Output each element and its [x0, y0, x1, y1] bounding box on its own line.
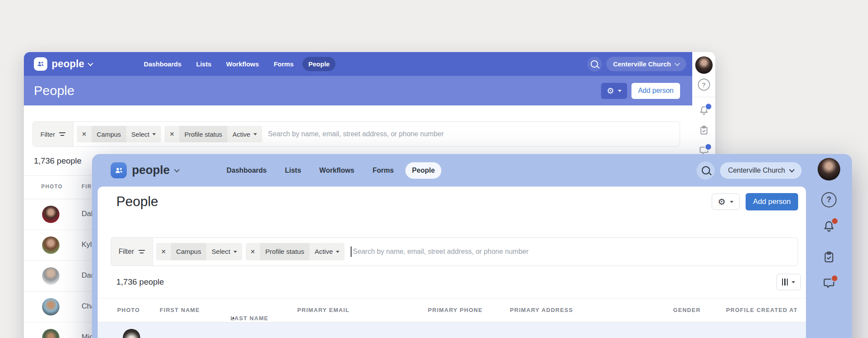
app-logo[interactable]: people [111, 162, 179, 178]
page-title: People [34, 83, 74, 98]
chevron-down-icon [174, 167, 180, 173]
add-person-button[interactable]: Add person [631, 83, 680, 99]
columns-settings-button[interactable] [776, 274, 801, 290]
close-icon[interactable]: ✕ [164, 126, 179, 142]
chip-value: Active [233, 131, 250, 138]
organization-selector[interactable]: Centerville Church [606, 57, 686, 71]
settings-gear-button[interactable]: ⚙ [712, 194, 740, 210]
messages-chat-icon[interactable] [822, 276, 836, 290]
page-title: People [116, 194, 158, 210]
sort-asc-icon: ▴ [232, 315, 234, 320]
column-header-primary-phone[interactable]: PRIMARY PHONE [428, 307, 483, 313]
close-icon[interactable]: ✕ [156, 243, 171, 260]
chip-value: Select [132, 131, 150, 138]
person-photo [42, 298, 59, 315]
chevron-down-icon [674, 61, 680, 66]
caret-down-icon [336, 251, 339, 253]
filter-search-bar: Filter ✕ Campus Select ✕ Profile status … [111, 237, 798, 266]
text-cursor [351, 246, 352, 257]
chip-value-dropdown[interactable]: Active [309, 243, 345, 260]
user-avatar[interactable] [818, 158, 840, 180]
notifications-bell-icon[interactable] [822, 219, 836, 233]
page-header: People ⚙ Add person [98, 187, 806, 217]
table-header-row: PHOTO FIRST NAME LAST NAME▴ PRIMARY EMAI… [98, 299, 806, 322]
notification-dot [831, 275, 838, 282]
page-header-band: People ⚙ Add person [24, 76, 692, 105]
question-glyph: ? [822, 192, 837, 207]
caret-down-icon [792, 281, 795, 283]
search-icon[interactable] [697, 161, 715, 180]
people-count: 1,736 people [116, 277, 164, 287]
person-photo [123, 329, 140, 338]
filter-button[interactable]: Filter [111, 238, 153, 266]
search-icon[interactable] [587, 57, 602, 72]
chip-value-dropdown[interactable]: Active [227, 126, 262, 142]
add-person-button[interactable]: Add person [746, 193, 798, 210]
nav-item-workflows[interactable]: Workflows [313, 162, 361, 179]
nav-item-dashboards[interactable]: Dashboards [220, 162, 273, 179]
nav-item-people[interactable]: People [405, 162, 441, 179]
help-icon[interactable]: ? [698, 79, 710, 91]
chip-value-dropdown[interactable]: Select [126, 126, 161, 142]
column-header-primary-address[interactable]: PRIMARY ADDRESS [510, 307, 573, 313]
tasks-clipboard-icon[interactable] [822, 250, 835, 263]
tasks-clipboard-icon[interactable] [699, 125, 709, 135]
chip-value-dropdown[interactable]: Select [206, 243, 242, 260]
user-avatar[interactable] [695, 56, 713, 74]
notifications-bell-icon[interactable] [698, 105, 710, 116]
first-name-cell: Dal [82, 210, 93, 218]
chevron-down-icon [789, 167, 795, 173]
first-name-cell: Mic [82, 333, 93, 338]
app-logo[interactable]: people [34, 57, 92, 71]
gear-icon: ⚙ [607, 86, 614, 96]
organization-name: Centerville Church [728, 167, 785, 174]
columns-icon [782, 279, 788, 285]
search-input[interactable]: Search by name, email, street address, o… [351, 246, 798, 257]
column-header-photo[interactable]: PHOTO [117, 307, 140, 313]
filter-icon [138, 250, 145, 253]
table-row[interactable] [98, 322, 806, 338]
filter-label: Filter [118, 248, 134, 256]
close-icon[interactable]: ✕ [77, 126, 92, 142]
chip-field-label: Profile status [179, 126, 227, 142]
close-icon[interactable]: ✕ [246, 243, 260, 260]
primary-nav: Dashboards Lists Workflows Forms People [138, 57, 335, 71]
filter-button[interactable]: Filter [33, 122, 73, 146]
top-navbar: people Dashboards Lists Workflows Forms … [24, 52, 692, 76]
page-card: People ⚙ Add person Filter ✕ Campus [98, 187, 806, 338]
help-icon[interactable]: ? [822, 192, 837, 207]
organization-selector[interactable]: Centerville Church [720, 162, 802, 179]
search-placeholder: Search by name, email, street address, o… [268, 130, 444, 138]
caret-down-icon [152, 133, 156, 135]
column-header-photo[interactable]: PHOTO [41, 184, 62, 190]
utility-sidebar: ? [806, 154, 852, 338]
nav-item-workflows[interactable]: Workflows [220, 57, 265, 71]
gear-icon: ⚙ [718, 197, 726, 207]
notification-dot [704, 143, 712, 151]
filter-chip-profile-status: ✕ Profile status Active [164, 126, 262, 142]
search-placeholder: Search by name, email, street address, o… [353, 248, 529, 256]
column-header-primary-email[interactable]: PRIMARY EMAIL [297, 307, 349, 313]
notification-dot [831, 217, 838, 225]
filter-icon [59, 132, 66, 136]
chevron-down-icon [88, 61, 93, 66]
column-header-first-name[interactable]: FIRST NAME [160, 307, 200, 313]
person-photo [42, 267, 59, 285]
nav-item-forms[interactable]: Forms [366, 162, 400, 179]
column-header-profile-created-at[interactable]: PROFILE CREATED AT [726, 307, 798, 313]
people-count-row: 1,736 people [98, 266, 806, 299]
magnifier-glyph [591, 60, 598, 68]
settings-gear-button[interactable]: ⚙ [601, 83, 627, 99]
search-input[interactable]: Search by name, email, street address, o… [268, 130, 680, 138]
nav-item-people[interactable]: People [302, 57, 335, 71]
column-header-gender[interactable]: GENDER [673, 307, 700, 313]
primary-nav: Dashboards Lists Workflows Forms People [220, 162, 441, 179]
nav-item-lists[interactable]: Lists [191, 57, 217, 71]
people-app-icon [34, 57, 47, 71]
chip-field-label: Campus [171, 243, 207, 260]
first-name-cell: Kyl [82, 240, 92, 249]
nav-item-forms[interactable]: Forms [268, 57, 299, 71]
nav-item-dashboards[interactable]: Dashboards [138, 57, 187, 71]
question-glyph: ? [698, 79, 710, 91]
nav-item-lists[interactable]: Lists [278, 162, 307, 179]
